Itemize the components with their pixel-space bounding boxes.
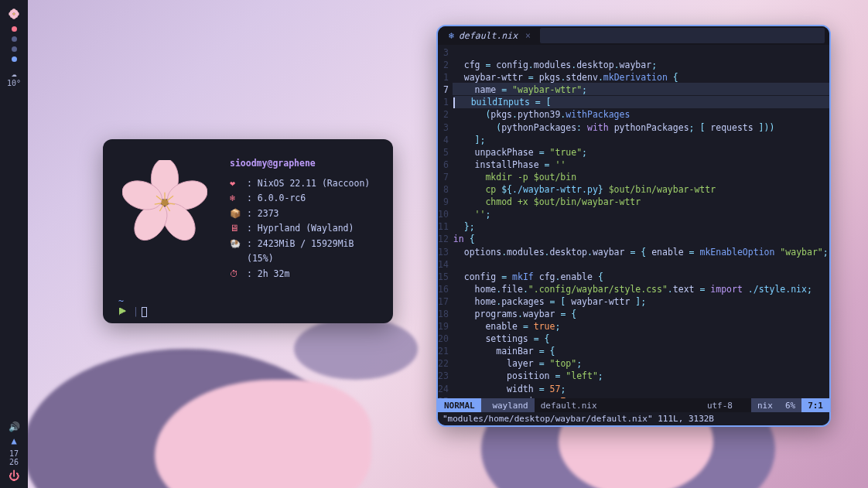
- wallpaper-cloud: [294, 318, 418, 380]
- waybar-sidebar: ☁ 10° 🔊 ▲ 17 26 ⏻: [0, 0, 28, 488]
- neofetch-title: sioodmy@graphene: [230, 156, 378, 172]
- status-mode: NORMAL: [438, 398, 481, 412]
- prompt-symbol: ⯈: [118, 306, 128, 317]
- status-filetype: nix: [751, 398, 779, 412]
- prompt-cwd: ~: [118, 295, 124, 306]
- svg-point-21: [162, 200, 169, 206]
- neofetch-output: sioodmy@graphene ❤: NixOS 22.11 (Raccoon…: [118, 156, 378, 282]
- svg-point-7: [14, 14, 18, 18]
- neofetch-logo: [118, 156, 211, 249]
- wifi-icon: ▲: [11, 435, 16, 446]
- tab-close-icon[interactable]: ×: [525, 30, 531, 41]
- neofetch-line-value: : 2h 32m: [247, 267, 289, 282]
- status-percent: 6%: [779, 398, 801, 412]
- neofetch-line-icon: ❤: [230, 176, 241, 192]
- status-indicators: [739, 398, 751, 412]
- workspace-dot-2[interactable]: [12, 36, 17, 42]
- neofetch-line-icon: 🐏: [230, 237, 241, 267]
- nix-file-icon: ❄: [449, 30, 454, 41]
- neofetch-line: ❤: NixOS 22.11 (Raccoon): [230, 176, 378, 192]
- neofetch-line: 🖥: Hyprland (Wayland): [230, 221, 378, 237]
- neofetch-line-icon: ⏱: [230, 267, 241, 282]
- svg-point-8: [13, 13, 15, 15]
- neofetch-line-value: : 2373: [247, 206, 279, 222]
- weather-temp: 10°: [7, 79, 21, 87]
- editor-code[interactable]: cfg = config.modules.desktop.waybar; way…: [453, 46, 829, 398]
- status-filename: default.nix: [535, 398, 603, 412]
- terminal-prompt[interactable]: ~ ⯈ |: [118, 295, 378, 317]
- tabbar-spacer: [540, 28, 825, 43]
- neofetch-line: 🐏: 2423MiB / 15929MiB (15%): [230, 237, 378, 267]
- neofetch-line-icon: 🖥: [230, 221, 241, 237]
- neofetch-line: ❄: 6.0.0-rc6: [230, 191, 378, 206]
- power-icon: ⏻: [9, 469, 19, 482]
- workspace-dot-4[interactable]: [12, 56, 17, 62]
- svg-point-4: [10, 10, 14, 14]
- editor-window[interactable]: ❄ default.nix × 321712345678910111213141…: [436, 25, 831, 427]
- workspace-dot-1[interactable]: [12, 26, 17, 32]
- editor-statusbar: NORMAL wayland default.nix utf-8 nix 6% …: [438, 398, 829, 412]
- weather-icon: ☁: [11, 68, 16, 79]
- volume-button[interactable]: 🔊: [2, 421, 26, 432]
- neofetch-line: ⏱: 2h 32m: [230, 267, 378, 282]
- editor-code-area[interactable]: 3217123456789101112131415161718192021222…: [438, 45, 829, 398]
- svg-point-5: [14, 10, 18, 14]
- tab-filename: default.nix: [459, 30, 518, 41]
- svg-point-6: [10, 14, 14, 18]
- volume-icon: 🔊: [9, 421, 20, 432]
- clock-hour: 17: [9, 449, 19, 458]
- neofetch-line-value: : 6.0.0-rc6: [247, 191, 306, 206]
- weather-widget[interactable]: ☁ 10°: [2, 68, 26, 87]
- neofetch-line-icon: 📦: [230, 206, 241, 222]
- neofetch-line: 📦: 2373: [230, 206, 378, 222]
- editor-tab[interactable]: ❄ default.nix ×: [443, 30, 537, 41]
- status-branch[interactable]: wayland: [481, 398, 535, 412]
- clock-minute: 26: [9, 458, 19, 466]
- status-position: 7:1: [801, 398, 829, 412]
- terminal-cursor: [142, 307, 147, 317]
- clock-widget[interactable]: 17 26: [2, 449, 26, 466]
- terminal-window[interactable]: sioodmy@graphene ❤: NixOS 22.11 (Raccoon…: [103, 139, 393, 323]
- neofetch-line-icon: ❄: [230, 191, 241, 206]
- neofetch-line-value: : Hyprland (Wayland): [247, 221, 354, 237]
- editor-tabbar: ❄ default.nix ×: [438, 26, 829, 45]
- editor-gutter: 3217123456789101112131415161718192021222…: [438, 46, 453, 398]
- wifi-button[interactable]: ▲: [2, 435, 26, 446]
- workspace-dot-3[interactable]: [12, 46, 17, 52]
- neofetch-line-value: : 2423MiB / 15929MiB (15%): [247, 237, 378, 267]
- editor-cmdline: "modules/home/desktop/waybar/default.nix…: [438, 412, 829, 425]
- logo-icon[interactable]: [2, 8, 26, 20]
- power-button[interactable]: ⏻: [2, 469, 26, 482]
- neofetch-line-value: : NixOS 22.11 (Raccoon): [247, 176, 370, 192]
- status-encoding: utf-8: [701, 398, 739, 412]
